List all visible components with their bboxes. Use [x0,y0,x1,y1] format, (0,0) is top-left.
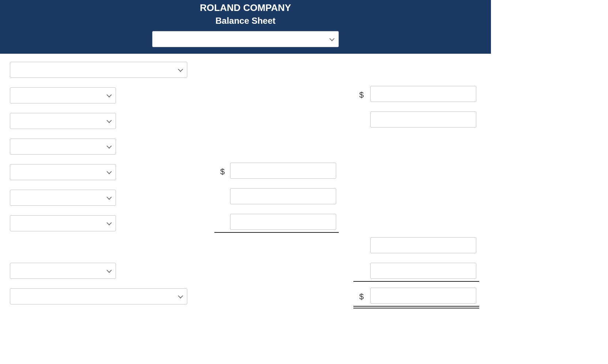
date-select[interactable] [152,31,339,47]
right-amount-input-2[interactable] [370,111,476,128]
right-total-double-line [353,306,479,307]
left-item-select-2[interactable] [10,113,116,129]
chevron-down-icon [106,268,112,273]
right-amount-input-1[interactable] [370,86,476,102]
left-item-select-6[interactable] [10,215,116,231]
right-subtotal-line [353,281,479,282]
left-item-select-1[interactable] [10,87,116,103]
company-name: ROLAND COMPANY [0,0,491,14]
right-amount-input-4[interactable] [370,263,476,279]
chevron-down-icon [106,92,112,98]
mid-amount-input-1[interactable] [230,163,336,179]
dollar-sign: $ [220,167,225,177]
left-section-footer-select[interactable] [10,288,187,304]
left-item-select-3[interactable] [10,139,116,155]
dollar-sign: $ [359,90,364,100]
left-item-select-4[interactable] [10,164,116,180]
chevron-down-icon [178,293,183,299]
left-section-header-select[interactable] [10,62,187,78]
right-amount-input-3[interactable] [370,237,476,253]
chevron-down-icon [106,118,112,123]
chevron-down-icon [106,220,112,225]
chevron-down-icon [106,195,112,200]
report-title: Balance Sheet [0,16,491,26]
left-item-select-7[interactable] [10,263,116,279]
dollar-sign: $ [359,292,364,302]
chevron-down-icon [178,67,183,72]
chevron-down-icon [106,169,112,174]
chevron-down-icon [329,36,334,41]
balance-sheet-body: $ $ $ [0,54,491,364]
left-item-select-5[interactable] [10,190,116,206]
mid-amount-input-3[interactable] [230,214,336,230]
chevron-down-icon [106,144,112,149]
mid-subtotal-line [214,232,339,233]
right-total-input[interactable] [370,288,476,304]
mid-amount-input-2[interactable] [230,188,336,204]
header: ROLAND COMPANY Balance Sheet [0,0,491,54]
